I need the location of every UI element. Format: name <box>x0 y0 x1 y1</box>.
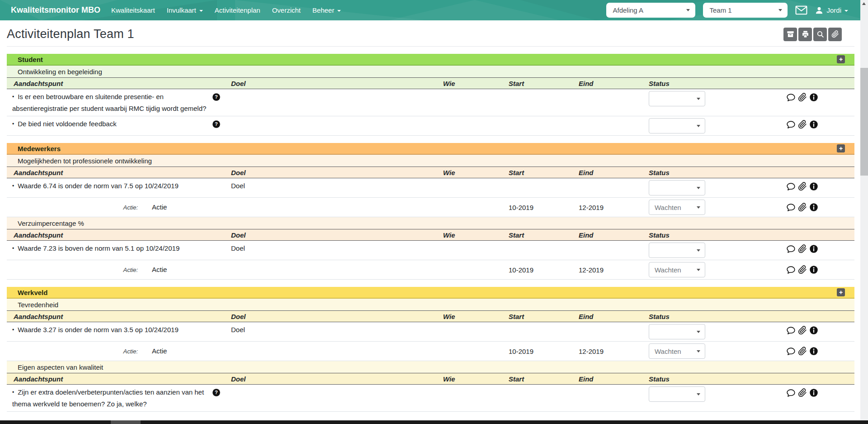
cell-status <box>644 324 721 339</box>
aandachtspunt-text: Is er een betrouwbare en sluitende prese… <box>12 93 206 112</box>
subsection-title-row: Ontwikkeling en begeleiding <box>7 66 854 77</box>
status-select[interactable] <box>649 180 705 195</box>
menu-item-overzicht[interactable]: Overzicht <box>272 6 301 14</box>
status-select[interactable]: Wachten <box>649 200 705 215</box>
team-select[interactable]: Team 1 <box>703 3 788 18</box>
chevron-down-icon <box>697 249 700 252</box>
aandachtspunt-row: •De bied niet voldoende feedback? <box>7 116 854 136</box>
bullet: • <box>12 94 14 100</box>
menu-item-activiteitenplan[interactable]: Activiteitenplan <box>215 6 260 14</box>
info-icon[interactable] <box>809 265 818 274</box>
status-select[interactable] <box>649 386 705 402</box>
column-header-aandachtspunt: Aandachtspunt <box>7 375 226 383</box>
column-header-wie: Wie <box>439 169 504 176</box>
attachment-button[interactable] <box>828 28 842 41</box>
cell-aandachtspunt: •Waarde 6.74 is onder de norm van 7.5 op… <box>7 180 226 192</box>
aandachtspunt-text: Waarde 6.74 is onder de norm van 7.5 op … <box>18 182 179 190</box>
add-item-button[interactable]: + <box>837 55 845 63</box>
menu-label: Activiteitenplan <box>215 6 260 14</box>
help-icon[interactable]: ? <box>212 120 221 129</box>
status-select[interactable] <box>649 324 705 339</box>
chevron-down-icon <box>697 98 700 100</box>
row-actions <box>721 324 854 335</box>
column-header-wie: Wie <box>439 313 504 320</box>
column-header-status: Status <box>644 231 721 239</box>
column-header-status: Status <box>644 375 721 383</box>
info-icon[interactable] <box>809 203 818 212</box>
cell-doel: Doel <box>226 180 439 191</box>
row-actions <box>721 180 854 191</box>
bullet: • <box>12 121 14 127</box>
subsection-title: Verzuimpercentage % <box>18 219 84 227</box>
comment-icon[interactable] <box>786 265 796 275</box>
comment-icon[interactable] <box>786 347 796 356</box>
archive-button[interactable] <box>783 28 797 41</box>
status-select[interactable] <box>649 118 705 133</box>
search-button[interactable] <box>813 28 827 41</box>
comment-icon[interactable] <box>786 388 796 398</box>
column-header-row: AandachtspuntDoelWieStartEindStatus <box>7 373 854 385</box>
section-title: Student <box>18 56 43 63</box>
section-werkveld: Werkveld+TevredenheidAandachtspuntDoelWi… <box>7 287 854 412</box>
paperclip-icon[interactable] <box>798 93 807 102</box>
info-icon[interactable] <box>809 182 818 191</box>
user-menu[interactable]: Jordi <box>815 6 848 14</box>
svg-text:?: ? <box>215 121 218 127</box>
status-select[interactable]: Wachten <box>649 262 705 277</box>
paperclip-icon[interactable] <box>798 203 807 212</box>
status-select[interactable]: Wachten <box>649 343 705 359</box>
comment-icon[interactable] <box>786 326 796 335</box>
afdeling-select[interactable]: Afdeling A <box>606 3 695 18</box>
status-select-value: Wachten <box>655 204 681 211</box>
scroll-up-arrow-icon[interactable] <box>862 2 866 5</box>
paperclip-icon[interactable] <box>798 244 807 253</box>
column-header-row: AandachtspuntDoelWieStartEindStatus <box>7 229 854 241</box>
add-item-button[interactable]: + <box>837 288 845 296</box>
comment-icon[interactable] <box>786 203 796 212</box>
info-icon[interactable] <box>809 244 818 253</box>
menu-item-kwaliteitskaart[interactable]: Kwaliteitskaart <box>111 6 155 14</box>
paperclip-icon[interactable] <box>798 347 807 356</box>
paperclip-icon[interactable] <box>798 120 807 129</box>
info-icon[interactable] <box>809 347 818 356</box>
paperclip-icon[interactable] <box>798 326 807 335</box>
menu-item-beheer[interactable]: Beheer <box>312 6 341 14</box>
info-icon[interactable] <box>809 120 818 129</box>
taskbar-edge <box>0 420 868 424</box>
paperclip-icon[interactable] <box>798 265 807 274</box>
comment-icon[interactable] <box>786 93 796 102</box>
comment-icon[interactable] <box>786 244 796 254</box>
comment-icon[interactable] <box>786 182 796 191</box>
menu-item-invulkaart[interactable]: Invulkaart <box>167 6 203 14</box>
status-select[interactable] <box>649 91 705 106</box>
print-button[interactable] <box>798 28 812 41</box>
info-icon[interactable] <box>809 93 818 102</box>
aandachtspunt-row: •Waarde 6.74 is onder de norm van 7.5 op… <box>7 178 854 198</box>
info-icon[interactable] <box>809 326 818 335</box>
brand-logo[interactable]: Kwaliteitsmonitor MBO <box>11 5 100 15</box>
mail-icon[interactable] <box>795 5 807 15</box>
column-header-aandachtspunt: Aandachtspunt <box>7 231 226 239</box>
sections: Student+Ontwikkeling en begeleidingAanda… <box>7 54 854 412</box>
paperclip-icon[interactable] <box>798 388 807 397</box>
help-icon[interactable]: ? <box>212 388 221 397</box>
chevron-down-icon <box>697 206 700 209</box>
chevron-down-icon <box>697 331 700 333</box>
scrollbar-thumb[interactable] <box>860 68 868 176</box>
aandachtspunt-text: Waarde 3.27 is onder de norm van 3.5 op … <box>18 326 179 333</box>
chevron-down-icon <box>697 125 700 127</box>
bullet: • <box>12 327 14 333</box>
subsection-title-row: Eigen aspecten van kwaliteit <box>7 361 854 373</box>
info-icon[interactable] <box>809 388 818 397</box>
subsection-title: Ontwikkeling en begeleiding <box>18 68 102 76</box>
chevron-down-icon <box>686 9 690 11</box>
status-select[interactable] <box>649 243 705 258</box>
vertical-scrollbar[interactable] <box>860 0 868 424</box>
cell-status: Wachten <box>644 343 721 359</box>
paperclip-icon[interactable] <box>798 182 807 191</box>
afdeling-select-value: Afdeling A <box>613 6 643 14</box>
search-icon <box>816 30 824 38</box>
add-item-button[interactable]: + <box>837 144 845 152</box>
help-icon[interactable]: ? <box>212 93 221 101</box>
comment-icon[interactable] <box>786 120 796 129</box>
